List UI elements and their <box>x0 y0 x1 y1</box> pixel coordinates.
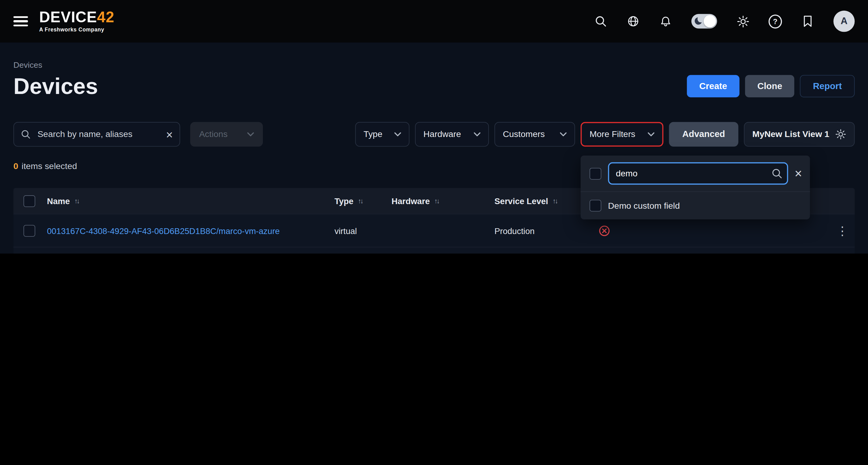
search-icon <box>771 168 782 179</box>
page-title: Devices <box>13 72 98 99</box>
filter-search-input[interactable] <box>608 162 788 184</box>
globe-icon[interactable] <box>626 14 640 28</box>
chevron-down-icon <box>560 132 567 137</box>
chevron-down-icon <box>394 132 401 137</box>
notifications-bell-icon[interactable] <box>659 14 672 28</box>
device-type: virtual <box>335 226 392 235</box>
user-avatar[interactable]: A <box>834 11 855 32</box>
select-all-checkbox[interactable] <box>24 195 35 207</box>
actions-dropdown[interactable]: Actions <box>190 122 263 147</box>
topbar: DEVICE42 A Freshworks Company ? <box>0 0 868 42</box>
column-header-type[interactable]: Type↑↓ <box>335 196 392 206</box>
logo-number: 42 <box>97 9 114 26</box>
search-icon <box>21 129 31 140</box>
chevron-down-icon <box>648 132 654 137</box>
hardware-filter-dropdown[interactable]: Hardware <box>415 122 489 147</box>
advanced-button[interactable]: Advanced <box>669 122 738 147</box>
column-header-name[interactable]: Name↑↓ <box>47 196 335 206</box>
sort-icon[interactable]: ↑↓ <box>74 197 79 205</box>
logo-subtitle: A Freshworks Company <box>39 27 114 32</box>
breadcrumb[interactable]: Devices <box>13 60 855 69</box>
column-header-service-level[interactable]: Service Level↑↓ <box>494 196 587 206</box>
main-content: Devices Devices Create Clone Report × Ac… <box>0 42 868 254</box>
service-level: Production <box>494 226 587 235</box>
logo-text: DEVICE <box>39 9 97 26</box>
hamburger-menu-icon[interactable] <box>13 16 28 27</box>
selected-label: items selected <box>22 161 77 171</box>
dark-mode-toggle[interactable] <box>691 14 717 29</box>
create-button[interactable]: Create <box>687 75 739 97</box>
sort-icon[interactable]: ↑↓ <box>553 197 557 205</box>
column-header-hardware[interactable]: Hardware↑↓ <box>392 196 494 206</box>
table-row: 0022 physical PowerEdge R610 Production … <box>13 247 855 254</box>
clear-search-icon[interactable]: × <box>166 128 173 140</box>
more-filters-popup: × Demo custom field <box>581 155 810 220</box>
type-filter-dropdown[interactable]: Type <box>355 122 410 147</box>
device-search-input[interactable] <box>36 129 160 140</box>
bookmark-icon[interactable] <box>801 14 814 28</box>
more-filters-dropdown[interactable]: More Filters <box>581 122 663 147</box>
report-button[interactable]: Report <box>800 75 855 97</box>
gear-icon <box>835 129 846 140</box>
option-checkbox[interactable] <box>590 200 601 212</box>
filter-toolbar: × Actions Type Hardware Customers More F… <box>13 122 855 147</box>
toggle-knob <box>704 15 716 27</box>
chevron-down-icon <box>474 132 480 137</box>
chevron-down-icon <box>247 132 254 137</box>
device-search-box[interactable]: × <box>13 122 180 147</box>
status-icon <box>587 225 621 236</box>
row-checkbox[interactable] <box>24 225 35 236</box>
settings-gear-icon[interactable] <box>736 14 750 28</box>
clone-button[interactable]: Clone <box>745 75 795 97</box>
help-icon[interactable]: ? <box>769 14 782 28</box>
filter-option-demo-custom-field[interactable]: Demo custom field <box>581 191 810 220</box>
popup-select-all-checkbox[interactable] <box>590 168 601 179</box>
search-icon[interactable] <box>594 14 608 28</box>
row-menu-kebab-icon[interactable]: ⋮ <box>830 225 855 236</box>
selected-count: 0 <box>13 161 18 171</box>
moon-icon <box>695 18 702 25</box>
customers-filter-dropdown[interactable]: Customers <box>494 122 575 147</box>
device-name-link[interactable]: 0013167C-4308-4929-AF43-06D6B25D1B8C/mar… <box>47 226 335 235</box>
popup-close-icon[interactable]: × <box>795 167 802 180</box>
sort-icon[interactable]: ↑↓ <box>358 197 363 205</box>
device42-logo[interactable]: DEVICE42 A Freshworks Company <box>39 10 114 32</box>
sort-icon[interactable]: ↑↓ <box>434 197 439 205</box>
option-label: Demo custom field <box>608 200 680 210</box>
list-view-button[interactable]: MyNew List View 1 <box>744 122 855 147</box>
error-circle-icon <box>598 225 610 236</box>
device42-app: DEVICE42 A Freshworks Company ? <box>0 0 868 254</box>
